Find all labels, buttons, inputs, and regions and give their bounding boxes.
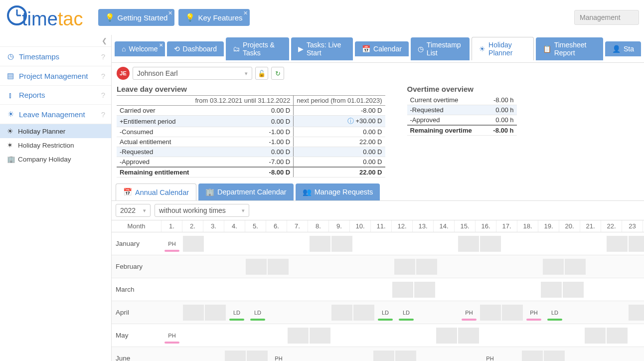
help-icon[interactable]: ? (101, 52, 105, 61)
day-cell[interactable] (438, 258, 459, 276)
sidebar-sub-holiday-restriction[interactable]: ✶Holiday Restriction (0, 138, 111, 152)
day-cell[interactable] (521, 258, 542, 276)
day-cell[interactable] (289, 304, 310, 322)
day-cell[interactable] (543, 259, 564, 275)
day-cell[interactable] (310, 328, 330, 344)
day-cell[interactable] (416, 259, 437, 275)
day-cell[interactable] (350, 281, 371, 299)
day-cell[interactable] (414, 282, 435, 298)
day-cell[interactable] (565, 259, 586, 275)
day-cell[interactable] (266, 327, 287, 345)
sidebar-sub-company-holiday[interactable]: 🏢Company Holiday (0, 152, 111, 166)
day-cell[interactable] (353, 305, 374, 321)
day-cell[interactable] (161, 281, 182, 299)
day-cell[interactable] (585, 235, 606, 253)
refresh-button[interactable]: ↻ (271, 67, 284, 80)
tab-welcome[interactable]: ⌂Welcome✕ (115, 41, 165, 56)
day-cell[interactable] (203, 350, 224, 361)
day-cell[interactable] (458, 328, 479, 344)
day-cell[interactable] (267, 235, 288, 253)
help-icon[interactable]: ? (101, 72, 105, 80)
day-cell[interactable] (204, 235, 225, 253)
day-cell[interactable] (628, 327, 644, 345)
day-cell[interactable] (436, 281, 457, 299)
close-icon[interactable]: ✕ (159, 42, 163, 48)
day-cell[interactable] (246, 235, 267, 253)
day-cell[interactable] (542, 327, 563, 345)
day-cell[interactable] (331, 258, 352, 276)
tab-holiday-planner[interactable]: ☀Holiday Planner (472, 37, 534, 60)
day-cell[interactable]: PH (161, 235, 182, 253)
day-cell[interactable]: LD (247, 304, 268, 322)
sidebar-item-reports[interactable]: ⫿Reports? (0, 86, 111, 105)
day-cell[interactable] (417, 350, 438, 361)
tab-projects-tasks[interactable]: 🗂Projects & Tasks (226, 37, 289, 60)
day-cell[interactable] (288, 328, 309, 344)
day-cell[interactable] (498, 281, 519, 299)
day-cell[interactable] (182, 258, 203, 276)
day-cell[interactable]: LD (226, 304, 247, 322)
day-cell[interactable] (161, 258, 182, 276)
day-cell[interactable] (563, 282, 584, 298)
day-cell[interactable] (500, 350, 521, 361)
day-cell[interactable] (373, 351, 394, 361)
day-cell[interactable] (287, 281, 308, 299)
day-cell[interactable]: PH (523, 304, 544, 322)
day-cell[interactable] (394, 327, 415, 345)
unlock-button[interactable]: 🔓 (255, 67, 268, 80)
day-cell[interactable] (586, 258, 607, 276)
year-select[interactable]: 2022▾ (116, 204, 151, 217)
day-cell[interactable] (289, 258, 310, 276)
day-cell[interactable] (182, 350, 203, 361)
day-cell[interactable] (415, 327, 436, 345)
day-cell[interactable] (438, 350, 459, 361)
info-icon[interactable]: ⓘ (347, 117, 354, 125)
day-cell[interactable]: LD (396, 304, 417, 322)
day-cell[interactable] (161, 304, 182, 322)
sidebar-item-leave-management[interactable]: ☀Leave Management? (0, 105, 111, 124)
day-cell[interactable] (501, 235, 522, 253)
day-cell[interactable] (310, 350, 331, 361)
mode-select[interactable]: without working times▾ (155, 204, 249, 217)
day-cell[interactable] (266, 281, 287, 299)
day-cell[interactable] (329, 281, 350, 299)
day-cell[interactable] (629, 236, 644, 252)
day-cell[interactable] (436, 328, 457, 344)
day-cell[interactable] (310, 236, 330, 252)
sidebar-collapse[interactable]: ❮ (0, 35, 111, 47)
day-cell[interactable] (543, 235, 564, 253)
day-cell[interactable] (268, 304, 289, 322)
day-cell[interactable] (395, 235, 416, 253)
day-cell[interactable] (310, 304, 331, 322)
day-cell[interactable] (245, 281, 266, 299)
day-cell[interactable] (247, 351, 268, 361)
day-cell[interactable] (203, 327, 224, 345)
day-cell[interactable] (564, 235, 585, 253)
day-cell[interactable] (607, 304, 628, 322)
day-cell[interactable] (183, 305, 204, 321)
day-cell[interactable] (500, 327, 521, 345)
day-cell[interactable] (331, 305, 352, 321)
management-select[interactable]: Management (574, 10, 639, 25)
day-cell[interactable] (628, 350, 644, 361)
day-cell[interactable] (182, 281, 203, 299)
close-icon[interactable]: ✕ (168, 10, 172, 16)
day-cell[interactable] (224, 281, 245, 299)
cal-tab-manage-requests[interactable]: 👥Manage Requests (296, 183, 380, 200)
day-cell[interactable]: PH (268, 350, 289, 361)
day-cell[interactable] (565, 304, 586, 322)
day-cell[interactable]: LD (544, 304, 565, 322)
day-cell[interactable] (308, 281, 329, 299)
day-cell[interactable] (480, 258, 500, 276)
hint-button-1[interactable]: 💡Key Features✕ (178, 9, 249, 26)
day-cell[interactable] (371, 281, 392, 299)
day-cell[interactable]: PH (480, 350, 500, 361)
sidebar-sub-holiday-planner[interactable]: ☀Holiday Planner (0, 124, 111, 138)
day-cell[interactable] (459, 350, 480, 361)
day-cell[interactable] (626, 281, 644, 299)
day-cell[interactable] (245, 327, 266, 345)
day-cell[interactable]: PH (459, 304, 480, 322)
day-cell[interactable] (352, 258, 373, 276)
day-cell[interactable] (629, 305, 644, 321)
tab-tasks-live-start[interactable]: ▶Tasks: Live Start (291, 37, 353, 60)
